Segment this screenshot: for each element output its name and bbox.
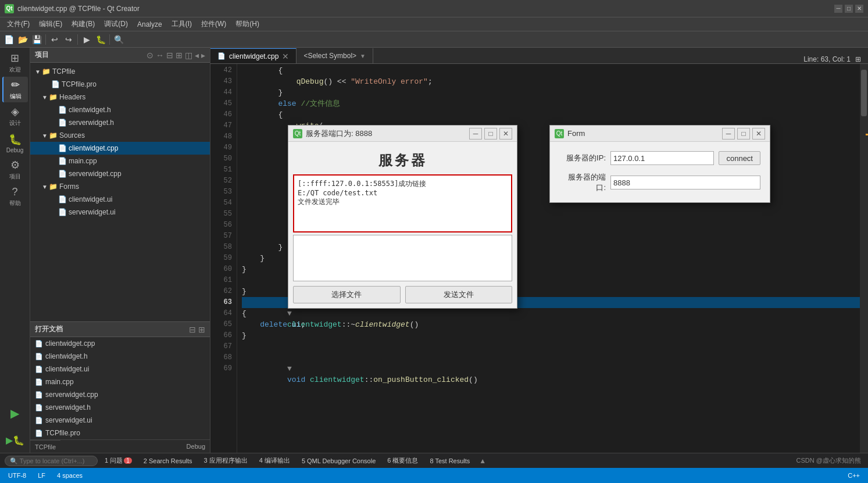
tree-item-headers[interactable]: ▼ 📁 Headers (30, 91, 210, 103)
form-dialog-minimize[interactable]: ─ (722, 128, 735, 139)
form-input-port[interactable] (610, 176, 760, 189)
menu-tools[interactable]: 工具(I) (167, 18, 197, 30)
line-62: 62 (210, 286, 232, 297)
menu-debug[interactable]: 调试(D) (99, 18, 133, 30)
toolbar-undo[interactable]: ↩ (48, 33, 61, 46)
chevron-left-icon[interactable]: ◂ (195, 51, 199, 60)
tree-item-clientwidget-h[interactable]: 📄 clientwidget.h (30, 103, 210, 116)
form-input-ip[interactable] (610, 151, 714, 165)
collapse-icon[interactable]: ⊟ (166, 51, 173, 60)
output-tab-build-output[interactable]: 4 编译输出 (255, 455, 295, 466)
fold-arrow-63[interactable]: ▼ (287, 309, 292, 318)
tree-item-main-cpp[interactable]: 📄 main.cpp (30, 155, 210, 167)
form-connect-button[interactable]: connect (719, 151, 760, 165)
sync-icon[interactable]: ↔ (156, 51, 164, 60)
select-file-button[interactable]: 选择文件 (293, 286, 401, 303)
sidebar-item-edit[interactable]: ✏ 编辑 (2, 77, 28, 102)
open-doc-serverwidget-h[interactable]: 📄 serverwidget.h (30, 401, 210, 414)
toolbar-build[interactable]: ▶ (80, 33, 93, 46)
open-doc-clientwidget-ui[interactable]: 📄 clientwidget.ui (30, 363, 210, 375)
editor-scrollbar[interactable] (860, 64, 868, 453)
server-log-area[interactable]: [::ffff:127.0.0.1:58553]成功链接 E:/QT code/… (293, 174, 512, 232)
send-file-button[interactable]: 发送文件 (405, 286, 513, 303)
server-dialog[interactable]: Qt 服务器端口为: 8888 ─ □ ✕ 服务器 [::ffff:127.0.… (288, 125, 517, 309)
window-controls[interactable]: ─ □ ✕ (834, 5, 863, 13)
split-editor-icon[interactable]: ⊞ (855, 55, 861, 63)
tree-item-sources[interactable]: ▼ 📁 Sources (30, 129, 210, 142)
menu-analyze[interactable]: Analyze (133, 19, 167, 30)
toolbar-search[interactable]: 🔍 (112, 33, 125, 46)
tab-clientwidget-cpp[interactable]: 📄 clientwidget.cpp ✕ (210, 48, 297, 63)
scrollbar-thumb[interactable] (861, 70, 867, 116)
sidebar-item-debug[interactable]: 🐛 Debug (2, 130, 28, 156)
filter-icon[interactable]: ⊙ (147, 51, 153, 60)
open-doc-clientwidget-cpp[interactable]: 📄 clientwidget.cpp (30, 337, 210, 350)
status-file-type[interactable]: C++ (844, 468, 863, 483)
line-42: 42 (210, 65, 232, 76)
tree-item-tcpfile-pro[interactable]: 📄 TCPfile.pro (30, 78, 210, 91)
sidebar-item-projects[interactable]: ⚙ 项目 (2, 157, 28, 183)
split-icon[interactable]: ◫ (185, 51, 192, 60)
server-dialog-maximize[interactable]: □ (484, 128, 497, 139)
tree-item-forms[interactable]: ▼ 📁 Forms (30, 180, 210, 193)
form-dialog-maximize[interactable]: □ (737, 128, 750, 139)
tree-item-serverwidget-h[interactable]: 📄 serverwidget.h (30, 116, 210, 129)
open-doc-main-cpp[interactable]: 📄 main.cpp (30, 375, 210, 388)
minimize-button[interactable]: ─ (834, 5, 842, 13)
output-tab-qml-debug[interactable]: 5 QML Debugger Console (297, 456, 380, 466)
menu-help[interactable]: 帮助(H) (231, 18, 264, 30)
form-dialog-close[interactable]: ✕ (752, 128, 765, 139)
sidebar-item-welcome[interactable]: ⊞ 欢迎 (2, 50, 28, 76)
output-tab-overview[interactable]: 6 概要信息 (383, 455, 423, 466)
menu-edit[interactable]: 编辑(E) (34, 18, 67, 30)
sidebar-item-help[interactable]: ? 帮助 (2, 184, 28, 209)
status-encoding[interactable]: UTF-8 (5, 468, 30, 483)
line-63: 63 (210, 297, 232, 308)
debug-label-text: Debug (187, 443, 205, 450)
sidebar-item-run[interactable]: ▶ (2, 400, 28, 426)
locate-search-input[interactable] (5, 456, 98, 466)
status-line-ending[interactable]: LF (34, 468, 49, 483)
fold-arrow-68[interactable]: ▼ (287, 364, 292, 373)
server-input-area[interactable] (293, 235, 512, 281)
tab-close-clientwidget-cpp[interactable]: ✕ (282, 52, 289, 61)
tab-dropdown-icon[interactable]: ▼ (360, 53, 366, 59)
open-docs-collapse-icon[interactable]: ⊟ (189, 325, 196, 334)
open-docs-layout-icon[interactable]: ⊞ (198, 325, 205, 334)
tab-select-symbol[interactable]: <Select Symbol> ▼ (297, 48, 373, 63)
sidebar-item-design[interactable]: ◈ 设计 (2, 103, 28, 129)
close-button[interactable]: ✕ (855, 5, 863, 13)
output-tab-test-results[interactable]: 8 Test Results (425, 456, 474, 466)
form-dialog[interactable]: Qt Form ─ □ ✕ 服务器的IP: connect 服务器的端口: (549, 125, 770, 203)
output-tab-app-output[interactable]: 3 应用程序输出 (199, 455, 252, 466)
server-dialog-close[interactable]: ✕ (499, 128, 512, 139)
open-doc-clientwidget-h[interactable]: 📄 clientwidget.h (30, 350, 210, 363)
maximize-button[interactable]: □ (845, 5, 853, 13)
tree-item-serverwidget-cpp[interactable]: 📄 serverwidget.cpp (30, 167, 210, 180)
tree-item-clientwidget-cpp[interactable]: 📄 clientwidget.cpp (30, 142, 210, 155)
menu-build[interactable]: 构建(B) (67, 18, 99, 30)
status-indent[interactable]: 4 spaces (53, 468, 86, 483)
project-tree: ▼ 📁 TCPfile 📄 TCPfile.pro ▼ 📁 Headers (30, 63, 210, 321)
sidebar-item-run-debug[interactable]: ▶🐛 (2, 427, 28, 453)
layout-icon[interactable]: ⊞ (176, 51, 183, 60)
toolbar-open[interactable]: 📂 (16, 33, 29, 46)
toolbar-save[interactable]: 💾 (30, 33, 43, 46)
toolbar-new[interactable]: 📄 (2, 33, 15, 46)
output-tabs-arrow-up[interactable]: ▲ (479, 457, 486, 465)
toolbar-redo[interactable]: ↪ (62, 33, 75, 46)
tree-item-serverwidget-ui[interactable]: 📄 serverwidget.ui (30, 206, 210, 219)
tree-item-clientwidget-ui[interactable]: 📄 clientwidget.ui (30, 193, 210, 206)
menu-file[interactable]: 文件(F) (2, 18, 34, 30)
open-doc-tcpfile-pro[interactable]: 📄 TCPfile.pro (30, 427, 210, 439)
open-doc-serverwidget-cpp[interactable]: 📄 serverwidget.cpp (30, 388, 210, 401)
menu-widgets[interactable]: 控件(W) (197, 18, 231, 30)
open-doc-label-tcpfile-pro: TCPfile.pro (45, 429, 80, 437)
output-tab-problems[interactable]: 1 问题1 (100, 455, 137, 466)
open-doc-serverwidget-ui[interactable]: 📄 serverwidget.ui (30, 414, 210, 427)
toolbar-debug-run[interactable]: 🐛 (94, 33, 107, 46)
server-dialog-minimize[interactable]: ─ (469, 128, 482, 139)
chevron-right-icon[interactable]: ▸ (201, 51, 205, 60)
output-tab-search-results[interactable]: 2 Search Results (139, 456, 197, 466)
tree-root-tcpfile[interactable]: ▼ 📁 TCPfile (30, 65, 210, 78)
